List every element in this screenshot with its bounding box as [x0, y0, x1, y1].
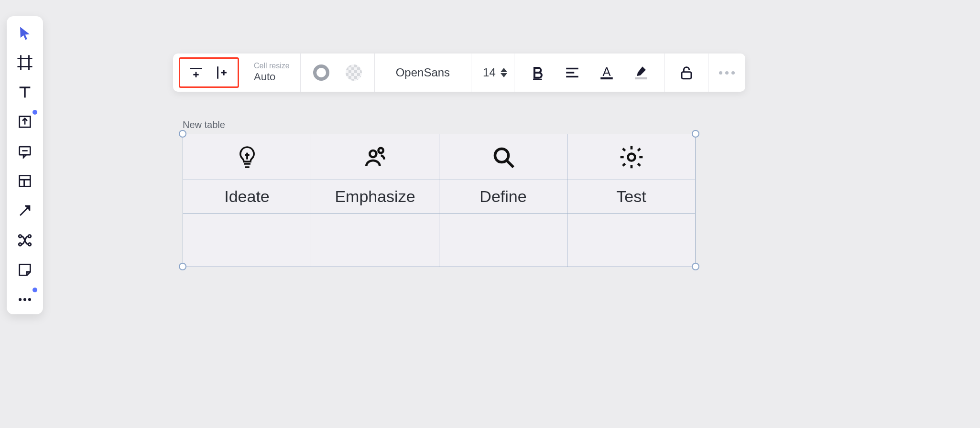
table-cell-icon[interactable] [183, 134, 311, 180]
svg-rect-34 [682, 72, 691, 79]
insert-row-icon [188, 64, 204, 81]
transparent-swatch-icon [346, 64, 362, 81]
connector-icon [17, 232, 33, 248]
table-tool[interactable] [13, 171, 36, 191]
lock-group [665, 54, 708, 92]
svg-point-17 [28, 243, 31, 246]
cell-resize-value: Auto [254, 71, 275, 83]
svg-rect-33 [635, 77, 647, 79]
table-cell-empty[interactable] [183, 214, 311, 267]
upload-tool[interactable] [13, 112, 36, 132]
insert-highlight [179, 57, 239, 88]
more-icon [17, 291, 33, 308]
svg-point-20 [28, 298, 31, 301]
highlight-button[interactable] [628, 59, 654, 86]
svg-point-37 [370, 150, 376, 157]
magnify-icon [440, 144, 566, 171]
svg-point-38 [378, 148, 383, 152]
font-size-value: 14 [483, 66, 496, 79]
frame-icon [17, 54, 33, 71]
ring-swatch-icon [313, 64, 329, 81]
people-icon [312, 144, 438, 171]
sticky-note-icon [17, 262, 33, 278]
canvas-table[interactable]: Ideate Emphasize Define Test [183, 134, 696, 267]
selection-handle-br[interactable] [692, 263, 699, 270]
cell-resize-label: Cell resize [254, 62, 290, 70]
insert-row-button[interactable] [183, 59, 209, 86]
svg-text:A: A [602, 65, 610, 78]
svg-rect-32 [600, 77, 613, 79]
insert-group [173, 54, 245, 92]
font-size-stepper[interactable]: 14 [471, 54, 514, 92]
more-tools[interactable] [13, 289, 36, 310]
sticky-note-tool[interactable] [13, 260, 36, 280]
svg-point-41 [628, 153, 635, 160]
table-cell-empty[interactable] [567, 214, 696, 267]
table-cell-label[interactable]: Test [567, 180, 696, 214]
cell-resize-dropdown[interactable]: Cell resize Auto [245, 54, 301, 92]
svg-point-14 [19, 235, 22, 238]
table-row: Ideate Emphasize Define Test [183, 180, 696, 214]
canvas-table-selection[interactable]: Ideate Emphasize Define Test [183, 134, 696, 267]
table-row [183, 214, 696, 267]
left-toolbar [7, 16, 43, 314]
table-icon [17, 173, 33, 189]
align-left-icon [564, 64, 580, 81]
more-options-button[interactable] [708, 54, 745, 92]
text-format-group: A [514, 54, 665, 92]
arrow-icon [17, 203, 33, 219]
connector-tool[interactable] [13, 230, 36, 250]
notification-dot-icon [33, 288, 37, 292]
pointer-icon [17, 25, 33, 41]
table-cell-empty[interactable] [311, 214, 439, 267]
svg-line-40 [507, 160, 513, 167]
table-cell-label[interactable]: Emphasize [311, 180, 439, 214]
ellipsis-icon [719, 71, 735, 75]
svg-point-19 [23, 298, 26, 301]
font-name-value: OpenSans [382, 66, 463, 79]
fill-color-button[interactable] [341, 59, 367, 86]
arrow-tool[interactable] [13, 201, 36, 221]
comment-icon [17, 143, 33, 160]
svg-point-39 [495, 149, 508, 162]
font-size-down[interactable] [501, 73, 507, 77]
gear-icon [568, 144, 695, 171]
svg-point-16 [19, 243, 22, 246]
svg-point-15 [28, 235, 31, 238]
pointer-tool[interactable] [13, 23, 36, 43]
font-size-up[interactable] [501, 68, 507, 72]
lock-button[interactable] [674, 59, 699, 86]
font-size-arrows [501, 68, 507, 77]
table-cell-icon[interactable] [439, 134, 567, 180]
svg-point-18 [19, 298, 22, 301]
table-cell-icon[interactable] [311, 134, 439, 180]
table-cell-empty[interactable] [439, 214, 567, 267]
insert-column-button[interactable] [209, 59, 235, 86]
border-color-button[interactable] [308, 59, 334, 86]
comment-tool[interactable] [13, 141, 36, 161]
text-color-icon: A [599, 64, 615, 81]
table-cell-label[interactable]: Define [439, 180, 567, 214]
color-group [301, 54, 375, 92]
bold-icon [530, 64, 546, 81]
table-row [183, 134, 696, 180]
text-color-button[interactable]: A [594, 59, 620, 86]
text-icon [17, 84, 33, 100]
bold-button[interactable] [525, 59, 551, 86]
font-family-dropdown[interactable]: OpenSans [375, 54, 471, 92]
insert-column-icon [214, 64, 230, 81]
table-cell-label[interactable]: Ideate [183, 180, 311, 214]
align-button[interactable] [559, 59, 585, 86]
table-cell-icon[interactable] [567, 134, 696, 180]
table-title-label[interactable]: New table [183, 119, 225, 130]
highlighter-icon [633, 64, 649, 81]
selection-handle-tl[interactable] [179, 130, 186, 138]
lightbulb-icon [184, 144, 310, 171]
notification-dot-icon [33, 110, 37, 115]
context-toolbar: Cell resize Auto OpenSans 14 A [173, 54, 745, 92]
frame-tool[interactable] [13, 53, 36, 73]
upload-icon [17, 114, 33, 130]
text-tool[interactable] [13, 82, 36, 102]
selection-handle-bl[interactable] [179, 263, 186, 270]
selection-handle-tr[interactable] [692, 130, 699, 138]
